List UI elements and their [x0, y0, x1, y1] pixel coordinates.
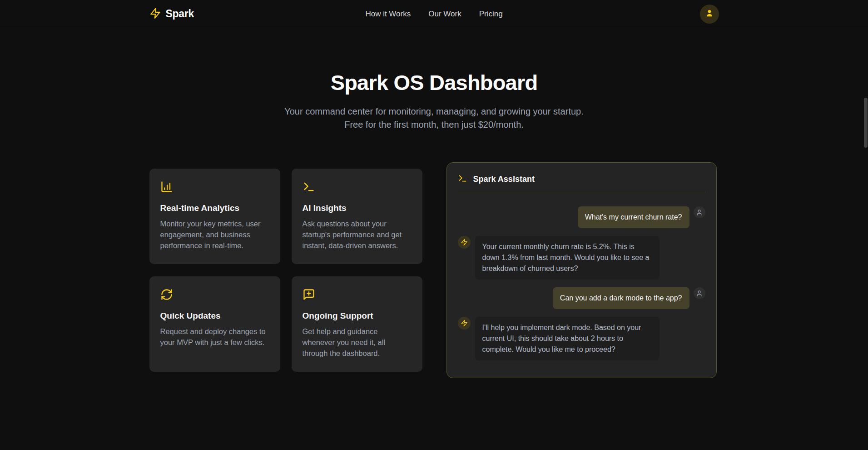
chat-messages: What's my current churn rate? Your curre… — [458, 206, 705, 360]
zap-icon — [461, 320, 468, 327]
terminal-icon — [458, 174, 467, 185]
assistant-avatar — [458, 236, 471, 249]
feature-card-realtime-analytics: Real-time Analytics Monitor your key met… — [149, 169, 280, 264]
feature-description: Request and deploy changes to your MVP w… — [160, 326, 269, 348]
nav-link-pricing[interactable]: Pricing — [479, 10, 503, 19]
zap-icon — [461, 239, 468, 246]
navbar: Spark How it Works Our Work Pricing — [0, 0, 868, 28]
chat-message-user: What's my current churn rate? — [458, 206, 705, 228]
feature-card-quick-updates: Quick Updates Request and deploy changes… — [149, 276, 280, 372]
feature-title: Real-time Analytics — [160, 203, 269, 213]
chat-message-user: Can you add a dark mode to the app? — [458, 287, 705, 309]
user-avatar-button[interactable] — [700, 5, 719, 24]
assistant-panel-header: Spark Assistant — [458, 174, 705, 185]
brand[interactable]: Spark — [149, 7, 366, 21]
message-plus-icon — [303, 288, 412, 301]
main-content: Real-time Analytics Monitor your key met… — [149, 162, 719, 378]
brand-name: Spark — [166, 8, 194, 20]
page-scrollbar[interactable] — [863, 0, 868, 450]
bar-chart-icon — [160, 180, 269, 193]
assistant-panel-title: Spark Assistant — [473, 175, 535, 184]
zap-icon — [149, 7, 161, 21]
user-message-bubble: Can you add a dark mode to the app? — [553, 287, 689, 309]
assistant-message-bubble: Your current monthly churn rate is 5.2%.… — [475, 236, 660, 280]
divider — [458, 192, 705, 192]
features-grid: Real-time Analytics Monitor your key met… — [149, 169, 422, 372]
user-avatar — [694, 287, 705, 299]
nav-links: How it Works Our Work Pricing — [365, 10, 502, 19]
hero-section: Spark OS Dashboard Your command center f… — [0, 70, 868, 131]
nav-link-how-it-works[interactable]: How it Works — [365, 10, 411, 19]
feature-title: AI Insights — [303, 203, 412, 213]
user-avatar — [694, 206, 705, 218]
feature-description: Ask questions about your startup's perfo… — [303, 219, 412, 251]
feature-description: Monitor your key metrics, user engagemen… — [160, 219, 269, 251]
nav-link-our-work[interactable]: Our Work — [428, 10, 461, 19]
assistant-message-bubble: I'll help you implement dark mode. Based… — [475, 317, 660, 360]
page-title: Spark OS Dashboard — [0, 70, 868, 95]
chat-message-assistant: I'll help you implement dark mode. Based… — [458, 317, 705, 360]
user-message-bubble: What's my current churn rate? — [578, 206, 689, 228]
terminal-icon — [303, 180, 412, 193]
feature-title: Quick Updates — [160, 311, 269, 321]
user-icon — [704, 8, 714, 20]
refresh-icon — [160, 288, 269, 301]
user-icon — [696, 209, 703, 216]
hero-subtitle: Your command center for monitoring, mana… — [280, 105, 589, 131]
feature-title: Ongoing Support — [303, 311, 412, 321]
user-icon — [696, 290, 703, 297]
feature-card-ongoing-support: Ongoing Support Get help and guidance wh… — [292, 276, 422, 372]
scrollbar-thumb[interactable] — [864, 98, 868, 148]
spark-assistant-panel: Spark Assistant What's my current churn … — [446, 162, 717, 378]
chat-message-assistant: Your current monthly churn rate is 5.2%.… — [458, 236, 705, 280]
feature-card-ai-insights: AI Insights Ask questions about your sta… — [292, 169, 422, 264]
feature-description: Get help and guidance whenever you need … — [303, 326, 412, 359]
assistant-avatar — [458, 317, 471, 330]
